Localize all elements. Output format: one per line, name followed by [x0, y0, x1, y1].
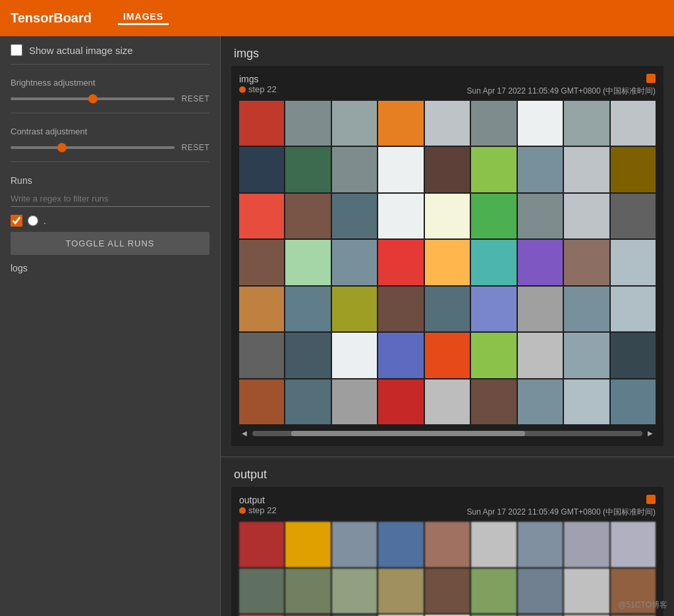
image-cell — [425, 287, 470, 331]
output-step: step 22 — [239, 505, 277, 515]
brightness-slider[interactable] — [11, 98, 175, 100]
image-cell — [378, 194, 423, 238]
image-cell — [285, 569, 330, 613]
image-cell — [564, 147, 609, 192]
image-cell — [564, 379, 609, 424]
image-cell — [471, 522, 516, 567]
scroll-right-arrow[interactable]: ▶ — [645, 428, 656, 438]
sidebar: Show actual image size Brightness adjust… — [0, 36, 221, 616]
image-cell — [239, 569, 284, 613]
imgs-scrollbar: ◀ ▶ — [239, 428, 656, 438]
image-cell — [425, 101, 470, 146]
image-cell — [332, 101, 377, 146]
image-cell — [518, 569, 563, 613]
image-cell — [425, 522, 470, 567]
image-cell — [378, 101, 423, 146]
image-cell — [378, 522, 423, 567]
image-cell — [378, 287, 423, 331]
image-cell — [378, 333, 423, 378]
output-panel-header: output step 22 Sun Apr 17 2022 11:05:49 … — [239, 495, 656, 518]
image-cell — [518, 333, 563, 378]
image-cell — [239, 287, 284, 331]
imgs-expand-icon[interactable] — [646, 74, 656, 83]
output-tag: output — [239, 495, 277, 505]
imgs-section-title: imgs — [221, 36, 674, 66]
image-cell — [425, 194, 470, 238]
image-cell — [285, 333, 330, 378]
nav-images[interactable]: IMAGES — [118, 11, 169, 25]
image-cell — [471, 101, 516, 146]
image-cell — [332, 287, 377, 331]
image-cell — [285, 379, 330, 424]
image-cell — [378, 147, 423, 192]
imgs-grid — [239, 101, 656, 424]
image-cell — [332, 194, 377, 238]
output-panel-right: Sun Apr 17 2022 11:05:49 GMT+0800 (中国标准时… — [467, 495, 656, 518]
toggle-all-button[interactable]: TOGGLE ALL RUNS — [11, 232, 210, 255]
output-panel-left: output step 22 — [239, 495, 277, 515]
image-cell — [564, 522, 609, 567]
contrast-slider[interactable] — [11, 146, 175, 149]
image-cell — [239, 147, 284, 192]
image-cell — [611, 379, 656, 424]
output-section-title: output — [221, 457, 674, 487]
image-cell — [564, 569, 609, 613]
contrast-slider-row: RESET — [11, 143, 210, 152]
image-cell — [425, 569, 470, 613]
imgs-panel-left: imgs step 22 — [239, 74, 277, 94]
image-cell — [378, 379, 423, 424]
image-cell — [471, 147, 516, 192]
image-cell — [239, 379, 284, 424]
image-cell — [471, 240, 516, 285]
imgs-timestamp: Sun Apr 17 2022 11:05:49 GMT+0800 (中国标准时… — [467, 86, 656, 97]
output-expand-icon[interactable] — [646, 495, 656, 504]
image-cell — [518, 101, 563, 146]
app-header: TensorBoard IMAGES — [0, 0, 674, 36]
output-grid — [239, 522, 656, 616]
image-cell — [518, 379, 563, 424]
image-cell — [518, 522, 563, 567]
image-cell — [285, 240, 330, 285]
image-cell — [378, 569, 423, 613]
image-cell — [518, 147, 563, 192]
image-cell — [285, 287, 330, 331]
imgs-step: step 22 — [239, 84, 277, 94]
image-cell — [564, 101, 609, 146]
scrollbar-track[interactable] — [252, 431, 642, 436]
app-logo: TensorBoard — [11, 11, 92, 26]
run-item: . — [11, 215, 210, 227]
scroll-left-arrow[interactable]: ◀ — [239, 428, 250, 438]
brightness-section: Brightness adjustment RESET — [11, 78, 210, 113]
logs-link[interactable]: logs — [11, 263, 210, 273]
brightness-reset-button[interactable]: RESET — [181, 94, 210, 103]
image-cell — [332, 333, 377, 378]
image-cell — [425, 240, 470, 285]
image-cell — [611, 569, 656, 613]
image-cell — [425, 333, 470, 378]
image-cell — [239, 522, 284, 567]
output-section: output output step 22 Sun Apr 17 2022 11… — [221, 457, 674, 616]
image-cell — [471, 569, 516, 613]
image-cell — [425, 147, 470, 192]
image-cell — [518, 194, 563, 238]
image-cell — [285, 101, 330, 146]
contrast-reset-button[interactable]: RESET — [181, 143, 210, 152]
image-cell — [332, 240, 377, 285]
image-cell — [518, 240, 563, 285]
runs-title: Runs — [11, 175, 210, 186]
image-cell — [239, 240, 284, 285]
run-radio[interactable] — [28, 215, 38, 226]
actual-size-label[interactable]: Show actual image size — [29, 45, 133, 56]
actual-size-checkbox[interactable] — [11, 44, 22, 56]
imgs-step-dot — [239, 86, 246, 93]
scrollbar-thumb[interactable] — [291, 431, 525, 436]
image-cell — [332, 569, 377, 613]
image-cell — [332, 147, 377, 192]
filter-runs-input[interactable] — [11, 191, 210, 207]
output-step-dot — [239, 507, 246, 514]
run-checkbox[interactable] — [11, 215, 22, 227]
image-cell — [611, 194, 656, 238]
image-cell — [378, 240, 423, 285]
image-cell — [239, 333, 284, 378]
image-cell — [471, 379, 516, 424]
